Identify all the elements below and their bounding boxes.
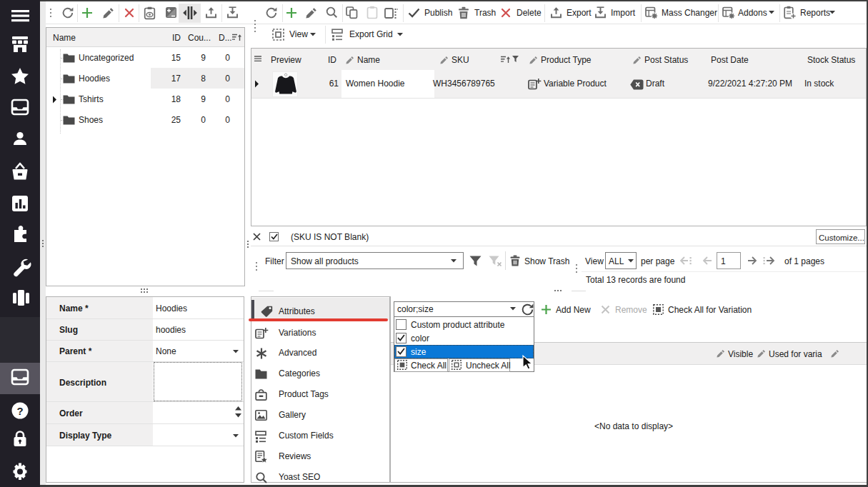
svg-text:?: ?: [16, 405, 23, 417]
